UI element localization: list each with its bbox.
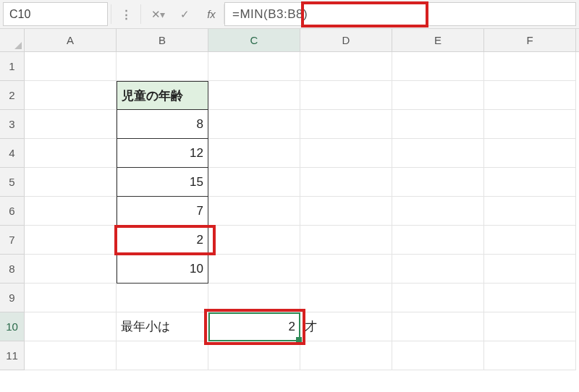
- cell-D4[interactable]: [300, 139, 392, 168]
- cell-E9[interactable]: [392, 284, 484, 312]
- cell-C11[interactable]: [208, 341, 300, 370]
- table-row: 4 12: [0, 139, 579, 168]
- cell-D7[interactable]: [300, 226, 392, 255]
- cell-C2[interactable]: [208, 81, 300, 110]
- cell-E8[interactable]: [392, 255, 484, 284]
- cell-E11[interactable]: [392, 341, 484, 370]
- column-header-A[interactable]: A: [25, 29, 117, 51]
- cell-E7[interactable]: [392, 226, 484, 255]
- row-header[interactable]: 2: [0, 81, 25, 110]
- cell-A7[interactable]: [25, 226, 117, 255]
- cell-D8[interactable]: [300, 255, 392, 284]
- name-box-input[interactable]: [4, 8, 160, 21]
- table-row: 6 7: [0, 197, 579, 226]
- cell-A1[interactable]: [25, 52, 117, 81]
- cell-A4[interactable]: [25, 139, 117, 168]
- cell-A9[interactable]: [25, 284, 117, 312]
- cell-B7[interactable]: 2: [117, 226, 208, 255]
- cell-F10[interactable]: [484, 312, 576, 341]
- cell-D5[interactable]: [300, 168, 392, 197]
- cell-F1[interactable]: [484, 52, 576, 81]
- chevron-down-icon[interactable]: ▾: [160, 9, 165, 20]
- cell-C4[interactable]: [208, 139, 300, 168]
- cell-B1[interactable]: [117, 52, 208, 81]
- formula-bar: ▾ ⋮ ✕ ✓ fx =MIN(B3:B8): [0, 0, 579, 29]
- cell-E4[interactable]: [392, 139, 484, 168]
- cell-C6[interactable]: [208, 197, 300, 226]
- table-row: 1: [0, 52, 579, 81]
- cell-A6[interactable]: [25, 197, 117, 226]
- row-header[interactable]: 1: [0, 52, 25, 81]
- spreadsheet-grid: A B C D E F 1 2 児童の年齢 3: [0, 29, 579, 370]
- cell-F6[interactable]: [484, 197, 576, 226]
- cell-F7[interactable]: [484, 226, 576, 255]
- cell-B9[interactable]: [117, 284, 208, 312]
- cell-D2[interactable]: [300, 81, 392, 110]
- cell-A3[interactable]: [25, 110, 117, 139]
- cell-E1[interactable]: [392, 52, 484, 81]
- confirm-icon[interactable]: ✓: [170, 0, 199, 28]
- table-row: 8 10: [0, 255, 579, 284]
- cell-C8[interactable]: [208, 255, 300, 284]
- cell-F4[interactable]: [484, 139, 576, 168]
- cell-A8[interactable]: [25, 255, 117, 284]
- cell-F2[interactable]: [484, 81, 576, 110]
- cell-A11[interactable]: [25, 341, 117, 370]
- cell-B4[interactable]: 12: [117, 139, 208, 168]
- column-header-D[interactable]: D: [300, 29, 392, 51]
- row-header[interactable]: 4: [0, 139, 25, 168]
- formula-text: =MIN(B3:B8): [232, 7, 308, 22]
- cell-D11[interactable]: [300, 341, 392, 370]
- formula-input[interactable]: =MIN(B3:B8): [224, 2, 576, 26]
- cell-E5[interactable]: [392, 168, 484, 197]
- column-header-E[interactable]: E: [392, 29, 484, 51]
- cell-B3[interactable]: 8: [117, 110, 208, 139]
- row-header[interactable]: 11: [0, 341, 25, 370]
- cell-B8[interactable]: 10: [117, 255, 208, 284]
- cell-C10[interactable]: 2: [208, 312, 300, 341]
- cell-C9[interactable]: [208, 284, 300, 312]
- cell-E10[interactable]: [392, 312, 484, 341]
- cell-F9[interactable]: [484, 284, 576, 312]
- cell-F8[interactable]: [484, 255, 576, 284]
- rows-container: 1 2 児童の年齢 3 8: [0, 52, 579, 370]
- cell-D3[interactable]: [300, 110, 392, 139]
- cell-C5[interactable]: [208, 168, 300, 197]
- cell-F5[interactable]: [484, 168, 576, 197]
- fx-label[interactable]: fx: [199, 0, 224, 28]
- table-row: 9: [0, 284, 579, 312]
- cell-B6[interactable]: 7: [117, 197, 208, 226]
- row-header[interactable]: 7: [0, 226, 25, 255]
- row-header[interactable]: 5: [0, 168, 25, 197]
- cell-D9[interactable]: [300, 284, 392, 312]
- cell-F3[interactable]: [484, 110, 576, 139]
- row-header[interactable]: 6: [0, 197, 25, 226]
- row-header[interactable]: 9: [0, 284, 25, 312]
- cell-A10[interactable]: [25, 312, 117, 341]
- cell-C7[interactable]: [208, 226, 300, 255]
- cell-E6[interactable]: [392, 197, 484, 226]
- column-header-B[interactable]: B: [117, 29, 208, 51]
- cell-B10[interactable]: 最年小は: [117, 312, 208, 341]
- cell-A5[interactable]: [25, 168, 117, 197]
- cell-B11[interactable]: [117, 341, 208, 370]
- cell-E2[interactable]: [392, 81, 484, 110]
- cell-D1[interactable]: [300, 52, 392, 81]
- cell-C3[interactable]: [208, 110, 300, 139]
- name-box[interactable]: ▾: [3, 2, 108, 26]
- cell-D6[interactable]: [300, 197, 392, 226]
- cell-C1[interactable]: [208, 52, 300, 81]
- cell-A2[interactable]: [25, 81, 117, 110]
- row-header[interactable]: 3: [0, 110, 25, 139]
- cell-B2[interactable]: 児童の年齢: [117, 81, 208, 110]
- select-all-corner[interactable]: [0, 29, 25, 51]
- column-header-C[interactable]: C: [208, 29, 300, 51]
- cell-E3[interactable]: [392, 110, 484, 139]
- row-header[interactable]: 10: [0, 312, 25, 341]
- row-header[interactable]: 8: [0, 255, 25, 284]
- cell-D10[interactable]: 才: [300, 312, 392, 341]
- cell-B5[interactable]: 15: [117, 168, 208, 197]
- table-row: 3 8: [0, 110, 579, 139]
- column-header-F[interactable]: F: [484, 29, 576, 51]
- cell-F11[interactable]: [484, 341, 576, 370]
